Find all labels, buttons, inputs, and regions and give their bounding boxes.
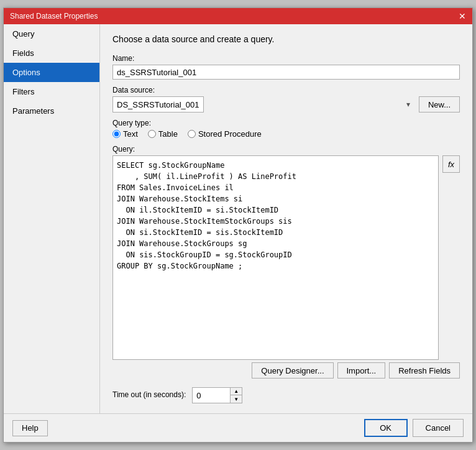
query-section: Query: SELECT sg.StockGroupName , SUM( i… xyxy=(112,145,460,379)
radio-stored-proc-input[interactable] xyxy=(188,130,196,138)
sidebar-item-filters[interactable]: Filters xyxy=(4,82,99,101)
main-content: Choose a data source and create a query.… xyxy=(100,24,472,413)
new-button[interactable]: New... xyxy=(419,96,460,112)
radio-text-span: Text xyxy=(123,129,138,139)
close-button[interactable]: ✕ xyxy=(459,12,466,21)
datasource-select[interactable]: DS_SSRSTutorial_001 xyxy=(112,96,204,112)
name-label: Name: xyxy=(112,54,460,63)
radio-text-input[interactable] xyxy=(112,130,121,138)
spinner-buttons: ▲ ▼ xyxy=(230,388,242,403)
timeout-input[interactable] xyxy=(193,388,230,403)
spinner-wrapper: ▲ ▼ xyxy=(192,387,242,403)
radio-table-label[interactable]: Table xyxy=(148,129,178,139)
datasource-section: Data source: DS_SSRSTutorial_001 New... xyxy=(112,86,460,112)
cancel-button[interactable]: Cancel xyxy=(413,419,464,437)
radio-text-label[interactable]: Text xyxy=(112,129,138,139)
timeout-section: Time out (in seconds): ▲ ▼ xyxy=(112,387,460,403)
refresh-fields-button[interactable]: Refresh Fields xyxy=(389,362,460,379)
query-label: Query: xyxy=(112,145,460,154)
datasource-label: Data source: xyxy=(112,86,460,94)
header-text: Choose a data source and create a query. xyxy=(112,34,460,44)
ok-button[interactable]: OK xyxy=(364,419,408,437)
query-designer-button[interactable]: Query Designer... xyxy=(252,362,333,379)
radio-stored-proc-span: Stored Procedure xyxy=(198,129,262,139)
query-textarea[interactable]: SELECT sg.StockGroupName , SUM( il.LineP… xyxy=(112,155,439,360)
sidebar-item-query[interactable]: Query xyxy=(4,24,99,44)
sidebar-item-parameters[interactable]: Parameters xyxy=(4,101,99,121)
radio-table-span: Table xyxy=(158,129,178,139)
spinner-down-button[interactable]: ▼ xyxy=(231,395,242,403)
radio-stored-proc-label[interactable]: Stored Procedure xyxy=(188,129,262,139)
dialog: Shared Dataset Properties ✕ Query Fields… xyxy=(3,7,473,443)
datasource-select-wrapper: DS_SSRSTutorial_001 xyxy=(112,96,414,112)
title-bar: Shared Dataset Properties ✕ xyxy=(4,8,472,24)
query-area-container: SELECT sg.StockGroupName , SUM( il.LineP… xyxy=(112,155,460,360)
sidebar: Query Fields Options Filters Parameters xyxy=(4,24,100,413)
sidebar-item-fields[interactable]: Fields xyxy=(4,44,99,63)
dialog-body: Query Fields Options Filters Parameters … xyxy=(4,24,472,413)
dialog-title: Shared Dataset Properties xyxy=(10,12,98,21)
query-buttons-row: Query Designer... Import... Refresh Fiel… xyxy=(112,362,460,379)
radio-table-input[interactable] xyxy=(148,130,156,138)
query-type-label: Query type: xyxy=(112,119,460,127)
query-type-section: Query type: Text Table Stored Procedure xyxy=(112,119,460,139)
fx-button[interactable]: fx xyxy=(442,155,460,173)
dialog-footer: Help OK Cancel xyxy=(4,413,472,442)
footer-right: OK Cancel xyxy=(364,419,464,437)
datasource-row: DS_SSRSTutorial_001 New... xyxy=(112,96,460,112)
name-section: Name: xyxy=(112,54,460,80)
timeout-label: Time out (in seconds): xyxy=(112,390,186,399)
name-input[interactable] xyxy=(112,65,460,80)
spinner-up-button[interactable]: ▲ xyxy=(231,388,242,395)
sidebar-item-options[interactable]: Options xyxy=(4,63,99,82)
import-button[interactable]: Import... xyxy=(337,362,386,379)
help-button[interactable]: Help xyxy=(12,420,48,436)
radio-group: Text Table Stored Procedure xyxy=(112,129,460,139)
